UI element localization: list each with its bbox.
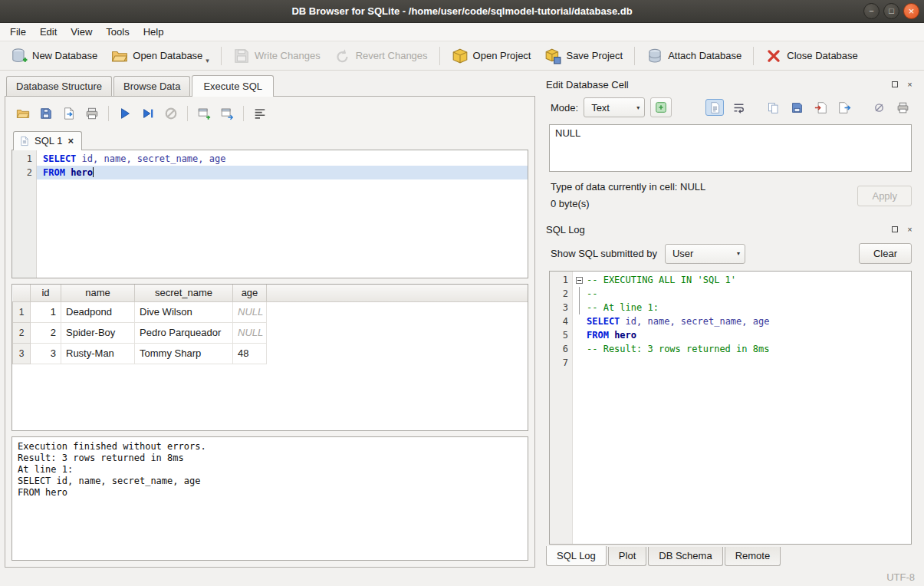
column-header-age[interactable]: age [233,285,267,301]
set-null-button[interactable] [870,99,888,116]
save-cell-button[interactable] [788,99,806,116]
tab-browse-data[interactable]: Browse Data [113,76,190,96]
log-line[interactable]: FROM hero [585,328,911,342]
apply-button[interactable]: Apply [857,186,912,206]
cell[interactable]: Spider-Boy [61,322,135,343]
print-button[interactable] [82,104,102,123]
open-in-tab-button[interactable] [217,104,237,123]
row-number[interactable]: 1 [13,301,31,322]
word-wrap-button[interactable] [729,99,748,116]
cell[interactable]: Rusty-Man [61,343,135,364]
log-filter-combobox[interactable]: User ▾ [665,244,745,264]
save-project-button[interactable]: Save Project [538,44,629,68]
column-header-secret-name[interactable]: secret_name [135,285,233,301]
log-line[interactable]: -- At line 1: [585,301,911,314]
log-line[interactable]: -- Result: 3 rows returned in 8ms [585,342,911,356]
log-line[interactable]: SELECT id, name, secret_name, age [585,314,911,328]
format-sql-button[interactable] [250,104,270,123]
write-changes-button[interactable]: Write Changes [227,44,327,68]
column-header-id[interactable]: id [31,285,61,301]
new-sql-tab-button[interactable] [194,104,214,123]
menu-help[interactable]: Help [136,23,171,41]
close-database-button[interactable]: Close Database [759,44,864,68]
cell[interactable]: NULL [233,301,267,322]
open-database-button[interactable]: Open Database▾ [105,44,215,68]
sql-tab[interactable]: SQL 1 × [13,131,82,150]
cell[interactable]: 1 [31,301,61,322]
execute-line-button[interactable] [138,104,158,123]
code-line[interactable]: SELECT id, name, secret_name, age [37,152,528,166]
line-number: 3 [550,301,568,314]
mode-combobox[interactable]: Text ▾ [584,97,645,117]
menu-edit[interactable]: Edit [33,23,64,41]
window-close-icon[interactable]: × [903,3,919,19]
column-header-name[interactable]: name [61,285,135,301]
cell[interactable]: Pedro Parqueador [135,322,233,343]
save-sql-file-button[interactable] [36,104,56,123]
menu-tools[interactable]: Tools [99,23,136,41]
clear-button[interactable]: Clear [859,243,912,264]
bottom-tab-db-schema[interactable]: DB Schema [648,547,722,566]
sql-log-view[interactable]: 1234567 -- EXECUTING ALL IN 'SQL 1'---- … [549,271,912,545]
revert-changes-button[interactable]: Revert Changes [328,44,434,68]
float-icon[interactable] [888,223,901,236]
open-project-icon [452,48,469,64]
cell-editor[interactable]: NULL [549,124,912,172]
log-code[interactable]: -- EXECUTING ALL IN 'SQL 1'---- At line … [585,272,911,544]
code-line[interactable]: FROM hero [37,166,528,179]
log-line[interactable]: -- EXECUTING ALL IN 'SQL 1' [585,273,911,287]
log-filter-label: Show SQL submitted by [551,248,657,259]
print-cell-button[interactable] [893,99,912,116]
tab-execute-sql[interactable]: Execute SQL [192,75,274,97]
log-gutter: 1234567 [550,272,573,544]
bottom-tab-sql-log[interactable]: SQL Log [546,546,607,566]
token: id, name, secret_name, age [620,316,769,327]
execute-all-button[interactable] [115,104,135,123]
sql-editor[interactable]: 12 SELECT id, name, secret_name, ageFROM… [12,150,528,278]
chevron-down-icon[interactable]: ▾ [206,57,209,64]
bottom-tab-remote[interactable]: Remote [725,547,781,566]
tab-close-icon[interactable]: × [67,136,74,146]
token: hero [65,167,93,178]
menu-file[interactable]: File [3,23,33,41]
float-icon[interactable] [888,78,901,91]
window-minimize-icon[interactable]: − [863,3,880,19]
import-cell-button[interactable] [811,99,830,116]
fold-marker[interactable] [573,273,585,287]
editor-code[interactable]: SELECT id, name, secret_name, ageFROM he… [37,150,528,278]
window-maximize-icon[interactable]: □ [883,3,899,19]
cell[interactable]: Dive Wilson [135,301,233,322]
log-line[interactable]: -- [585,287,911,301]
cell[interactable]: NULL [233,322,267,343]
menu-view[interactable]: View [64,23,99,41]
export-cell-button[interactable] [835,99,853,116]
toolbar-separator [187,106,188,121]
cell[interactable]: 2 [31,322,61,343]
attach-database-button[interactable]: Attach Database [640,44,748,68]
header-filler [267,285,528,301]
log-line[interactable] [585,356,911,370]
line-number: 2 [12,166,32,179]
row-number[interactable]: 3 [13,343,31,364]
close-icon[interactable]: × [903,223,916,236]
cell[interactable]: Deadpond [61,301,135,322]
tab-database-structure[interactable]: Database Structure [6,76,112,96]
fold-collapse-icon[interactable] [576,277,583,284]
cell[interactable]: Tommy Sharp [135,343,233,364]
cell[interactable]: 3 [31,343,61,364]
tool-label: New Database [32,50,97,61]
text-mode-button[interactable] [705,99,724,116]
bottom-tab-plot[interactable]: Plot [608,547,646,566]
grid-corner[interactable] [13,285,31,301]
row-number[interactable]: 2 [13,322,31,343]
close-icon[interactable]: × [903,78,916,91]
mode-settings-button[interactable] [650,97,672,117]
new-database-button[interactable]: New Database [5,44,104,68]
open-project-button[interactable]: Open Project [446,44,538,68]
open-sql-file-button[interactable] [13,104,33,123]
copy-cell-button[interactable] [764,99,782,116]
toolbar-separator [634,47,635,65]
export-results-button[interactable] [59,104,79,123]
stop-button[interactable] [161,104,181,123]
cell[interactable]: 48 [233,343,267,364]
